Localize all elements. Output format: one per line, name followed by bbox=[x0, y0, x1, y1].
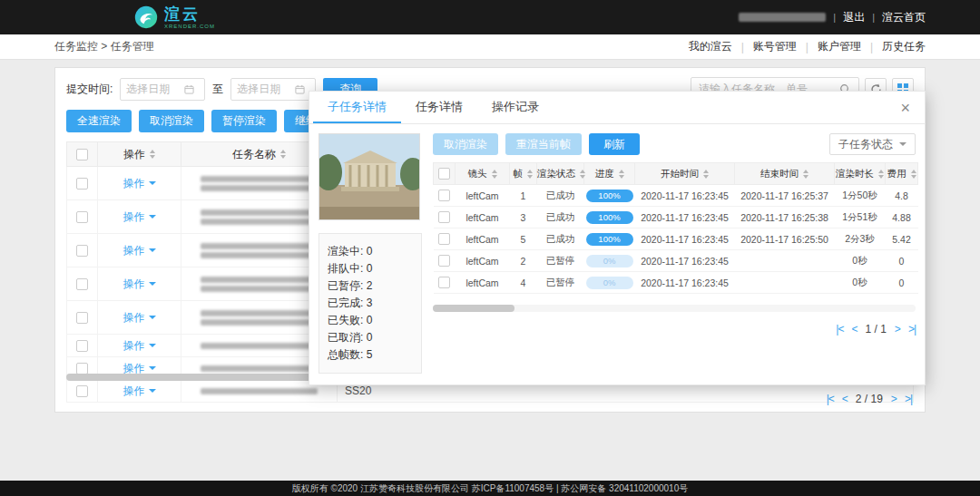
home-link[interactable]: 渲云首页 bbox=[882, 10, 926, 25]
main-pagination: |< < 2 / 19 > >| bbox=[827, 393, 912, 405]
first-page-button[interactable]: |< bbox=[827, 393, 834, 405]
subtask-duration: 0秒 bbox=[835, 250, 886, 272]
rerender-current-frame-button[interactable]: 重渲当前帧 bbox=[505, 133, 582, 155]
subtask-frame: 2 bbox=[510, 250, 537, 272]
subtask-checkbox[interactable] bbox=[438, 277, 450, 288]
sort-icon[interactable] bbox=[878, 170, 884, 179]
subtask-row: leftCam1已成功100%2020-11-17 16:23:452020-1… bbox=[434, 185, 918, 207]
separator: | bbox=[872, 12, 875, 23]
last-page-button[interactable]: >| bbox=[905, 393, 912, 405]
separator: | bbox=[870, 41, 873, 53]
close-icon[interactable]: × bbox=[889, 92, 921, 123]
progress-bar: 100% bbox=[586, 190, 633, 202]
modal-body: 渲染中: 0排队中: 0已暂停: 2已完成: 3已失败: 0已取消: 0总帧数:… bbox=[309, 124, 925, 383]
subnav-links: 我的渲云|账号管理|账户管理|历史任务 bbox=[689, 39, 926, 54]
action-button-1[interactable]: 取消渲染 bbox=[139, 110, 204, 132]
nav-link-0[interactable]: 我的渲云 bbox=[689, 39, 732, 54]
subtable-header-2[interactable]: 渲染状态 bbox=[537, 163, 584, 185]
modal-toolbar: 取消渲染 重渲当前帧 刷新 子任务状态 bbox=[433, 133, 916, 155]
first-page-button[interactable]: |< bbox=[836, 323, 843, 336]
subtask-end-time: 2020-11-17 16:25:50 bbox=[735, 229, 835, 250]
sort-icon[interactable] bbox=[580, 170, 585, 179]
row-operation-dropdown[interactable]: 操作 bbox=[123, 176, 156, 191]
sort-icon[interactable] bbox=[619, 170, 624, 179]
select-all-checkbox[interactable] bbox=[76, 149, 88, 160]
row-checkbox[interactable] bbox=[76, 178, 88, 190]
modal-left-column: 渲染中: 0排队中: 0已暂停: 2已完成: 3已失败: 0已取消: 0总帧数:… bbox=[318, 133, 422, 374]
logout-link[interactable]: 退出 bbox=[843, 10, 865, 25]
refresh-button[interactable]: 刷新 bbox=[589, 133, 640, 155]
prev-page-button[interactable]: < bbox=[851, 323, 857, 336]
subtask-status-select[interactable]: 子任务状态 bbox=[829, 133, 916, 155]
prev-page-button[interactable]: < bbox=[842, 393, 848, 405]
last-page-button[interactable]: >| bbox=[908, 323, 916, 336]
progress-bar: 0% bbox=[586, 277, 633, 289]
row-operation-dropdown[interactable]: 操作 bbox=[123, 209, 156, 225]
sort-icon[interactable] bbox=[527, 170, 533, 179]
row-checkbox[interactable] bbox=[76, 245, 88, 257]
nav-link-3[interactable]: 历史任务 bbox=[882, 39, 926, 54]
sort-icon[interactable] bbox=[280, 150, 286, 159]
submit-time-label: 提交时间: bbox=[66, 82, 113, 97]
row-checkbox[interactable] bbox=[76, 340, 88, 352]
action-button-2[interactable]: 暂停渲染 bbox=[211, 110, 277, 132]
subtask-checkbox[interactable] bbox=[438, 233, 450, 245]
row-operation-dropdown[interactable]: 操作 bbox=[123, 384, 156, 399]
subtask-end-time: 2020-11-17 16:25:38 bbox=[735, 207, 835, 229]
username-redacted bbox=[739, 13, 826, 22]
subtable-header-4[interactable]: 开始时间 bbox=[635, 163, 735, 185]
subtask-row: leftCam3已成功100%2020-11-17 16:23:452020-1… bbox=[434, 207, 918, 229]
row-operation-dropdown[interactable]: 操作 bbox=[123, 310, 156, 326]
sort-icon[interactable] bbox=[492, 170, 497, 179]
modal-horizontal-scrollbar[interactable] bbox=[433, 305, 916, 312]
scrollbar-thumb[interactable] bbox=[66, 374, 338, 381]
row-checkbox[interactable] bbox=[76, 211, 88, 223]
subtable-header-5[interactable]: 结束时间 bbox=[735, 163, 835, 185]
row-checkbox[interactable] bbox=[76, 385, 88, 397]
subtable-header-7[interactable]: 费用 bbox=[886, 163, 918, 185]
subtask-status: 已暂停 bbox=[537, 272, 584, 294]
sort-icon[interactable] bbox=[911, 170, 916, 179]
subtask-checkbox[interactable] bbox=[438, 211, 450, 223]
subtable-header-3[interactable]: 进度 bbox=[584, 163, 635, 185]
stat-row-5: 已取消: 0 bbox=[328, 329, 413, 346]
subtask-table-header-row: 镜头帧渲染状态进度开始时间结束时间渲染时长费用 bbox=[434, 163, 918, 185]
subtable-header-6[interactable]: 渲染时长 bbox=[835, 163, 886, 185]
cancel-render-button[interactable]: 取消渲染 bbox=[433, 133, 498, 155]
brand-name: 渲云 bbox=[164, 6, 215, 22]
next-page-button[interactable]: > bbox=[895, 323, 900, 336]
nav-link-2[interactable]: 账户管理 bbox=[818, 39, 861, 54]
header-operation[interactable]: 操作 bbox=[98, 142, 181, 167]
chevron-down-icon bbox=[149, 366, 156, 370]
sort-icon[interactable] bbox=[803, 170, 808, 179]
tab-task-detail[interactable]: 任务详情 bbox=[401, 92, 477, 123]
row-checkbox[interactable] bbox=[76, 278, 88, 290]
subtask-frame: 4 bbox=[510, 272, 537, 294]
tab-operation-log[interactable]: 操作记录 bbox=[477, 92, 554, 123]
subtable-header-0[interactable]: 镜头 bbox=[456, 163, 510, 185]
row-operation-dropdown[interactable]: 操作 bbox=[123, 338, 156, 354]
row-checkbox[interactable] bbox=[76, 312, 88, 324]
subtask-checkbox[interactable] bbox=[438, 190, 450, 201]
tab-subtask-detail[interactable]: 子任务详情 bbox=[313, 92, 401, 123]
date-from-input[interactable] bbox=[120, 78, 205, 101]
subtask-checkbox[interactable] bbox=[438, 255, 450, 267]
row-operation-dropdown[interactable]: 操作 bbox=[123, 243, 156, 258]
nav-link-1[interactable]: 账号管理 bbox=[753, 39, 797, 54]
separator: | bbox=[741, 41, 744, 53]
action-button-0[interactable]: 全速渲染 bbox=[66, 110, 132, 132]
date-from-field[interactable] bbox=[126, 83, 184, 95]
subtable-header-1[interactable]: 帧 bbox=[510, 163, 537, 185]
date-to-field[interactable] bbox=[237, 83, 295, 95]
brand-subtitle: XRENDER.COM bbox=[164, 24, 215, 29]
next-page-button[interactable]: > bbox=[891, 393, 897, 405]
date-to-input[interactable] bbox=[230, 78, 316, 101]
select-all-subtasks-checkbox[interactable] bbox=[438, 168, 450, 180]
scrollbar-thumb[interactable] bbox=[433, 305, 514, 312]
modal-pagination: |< < 1 / 1 > >| bbox=[433, 323, 916, 336]
brand-logo[interactable]: 渲云 XRENDER.COM bbox=[134, 5, 215, 29]
sort-icon[interactable] bbox=[150, 150, 155, 159]
sort-icon[interactable] bbox=[703, 170, 709, 179]
row-operation-dropdown[interactable]: 操作 bbox=[123, 277, 156, 292]
subnav: 任务监控 > 任务管理 我的渲云|账号管理|账户管理|历史任务 bbox=[0, 34, 980, 60]
